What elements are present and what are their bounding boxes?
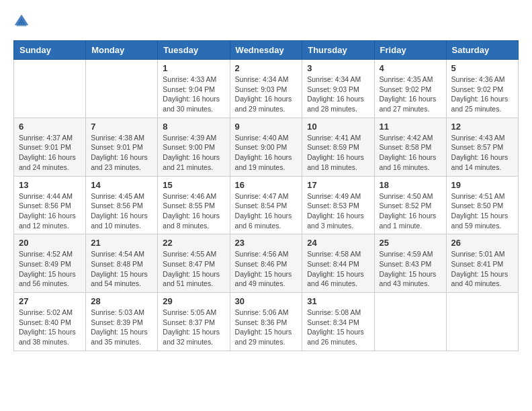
calendar-cell: 20Sunrise: 4:52 AM Sunset: 8:49 PM Dayli… [14,234,86,293]
calendar-cell: 26Sunrise: 5:01 AM Sunset: 8:41 PM Dayli… [446,234,518,293]
calendar-cell: 10Sunrise: 4:41 AM Sunset: 8:59 PM Dayli… [302,118,374,176]
day-info: Sunrise: 4:49 AM Sunset: 8:53 PM Dayligh… [307,191,369,231]
page-header [13,13,519,30]
day-number: 25 [380,238,441,248]
day-number: 12 [451,122,513,132]
calendar-cell: 22Sunrise: 4:55 AM Sunset: 8:47 PM Dayli… [158,234,230,293]
calendar-cell: 18Sunrise: 4:50 AM Sunset: 8:52 PM Dayli… [374,176,446,234]
day-info: Sunrise: 4:50 AM Sunset: 8:52 PM Dayligh… [380,191,441,231]
day-number: 19 [451,180,513,190]
calendar-cell [446,293,518,351]
day-number: 20 [19,238,81,248]
day-number: 27 [19,296,81,306]
day-number: 1 [163,63,224,73]
calendar-week-row: 6Sunrise: 4:37 AM Sunset: 9:01 PM Daylig… [14,118,519,176]
day-of-week-header: Saturday [446,41,518,60]
day-number: 21 [91,238,152,248]
day-number: 16 [235,180,298,190]
calendar-cell: 28Sunrise: 5:03 AM Sunset: 8:39 PM Dayli… [86,293,158,351]
calendar-cell: 31Sunrise: 5:08 AM Sunset: 8:34 PM Dayli… [302,293,374,351]
logo-icon [13,13,30,30]
day-info: Sunrise: 4:42 AM Sunset: 8:58 PM Dayligh… [380,133,441,173]
day-number: 14 [91,180,152,190]
day-info: Sunrise: 4:52 AM Sunset: 8:49 PM Dayligh… [19,249,81,289]
calendar-cell: 7Sunrise: 4:38 AM Sunset: 9:01 PM Daylig… [86,118,158,176]
calendar-cell [86,60,158,118]
day-of-week-header: Monday [86,41,158,60]
calendar-week-row: 13Sunrise: 4:44 AM Sunset: 8:56 PM Dayli… [14,176,519,234]
calendar-cell: 29Sunrise: 5:05 AM Sunset: 8:37 PM Dayli… [158,293,230,351]
day-info: Sunrise: 4:41 AM Sunset: 8:59 PM Dayligh… [307,133,369,173]
day-info: Sunrise: 4:38 AM Sunset: 9:01 PM Dayligh… [91,133,152,173]
day-info: Sunrise: 5:01 AM Sunset: 8:41 PM Dayligh… [451,249,513,289]
day-info: Sunrise: 4:45 AM Sunset: 8:56 PM Dayligh… [91,191,152,231]
calendar-week-row: 27Sunrise: 5:02 AM Sunset: 8:40 PM Dayli… [14,293,519,351]
day-info: Sunrise: 4:33 AM Sunset: 9:04 PM Dayligh… [163,75,224,114]
day-info: Sunrise: 5:05 AM Sunset: 8:37 PM Dayligh… [163,308,224,347]
day-number: 11 [380,122,441,132]
calendar-cell: 21Sunrise: 4:54 AM Sunset: 8:48 PM Dayli… [86,234,158,293]
calendar-cell: 12Sunrise: 4:43 AM Sunset: 8:57 PM Dayli… [446,118,518,176]
calendar-header-row: SundayMondayTuesdayWednesdayThursdayFrid… [14,41,519,60]
calendar-cell: 30Sunrise: 5:06 AM Sunset: 8:36 PM Dayli… [230,293,302,351]
calendar-cell: 11Sunrise: 4:42 AM Sunset: 8:58 PM Dayli… [374,118,446,176]
calendar-cell: 6Sunrise: 4:37 AM Sunset: 9:01 PM Daylig… [14,118,86,176]
day-number: 23 [235,238,298,248]
day-info: Sunrise: 4:59 AM Sunset: 8:43 PM Dayligh… [380,249,441,289]
day-info: Sunrise: 5:03 AM Sunset: 8:39 PM Dayligh… [91,308,152,347]
calendar-cell: 25Sunrise: 4:59 AM Sunset: 8:43 PM Dayli… [374,234,446,293]
day-info: Sunrise: 4:58 AM Sunset: 8:44 PM Dayligh… [307,249,369,289]
calendar-cell: 8Sunrise: 4:39 AM Sunset: 9:00 PM Daylig… [158,118,230,176]
day-info: Sunrise: 4:35 AM Sunset: 9:02 PM Dayligh… [380,75,441,114]
day-number: 18 [380,180,441,190]
day-number: 29 [163,296,224,306]
day-info: Sunrise: 4:44 AM Sunset: 8:56 PM Dayligh… [19,191,81,231]
day-number: 3 [307,63,369,73]
day-number: 26 [451,238,513,248]
calendar-cell: 9Sunrise: 4:40 AM Sunset: 9:00 PM Daylig… [230,118,302,176]
day-info: Sunrise: 4:40 AM Sunset: 9:00 PM Dayligh… [235,133,298,173]
day-info: Sunrise: 4:47 AM Sunset: 8:54 PM Dayligh… [235,191,298,231]
day-number: 22 [163,238,224,248]
calendar-week-row: 1Sunrise: 4:33 AM Sunset: 9:04 PM Daylig… [14,60,519,118]
day-info: Sunrise: 4:43 AM Sunset: 8:57 PM Dayligh… [451,133,513,173]
calendar-cell: 16Sunrise: 4:47 AM Sunset: 8:54 PM Dayli… [230,176,302,234]
day-number: 9 [235,122,298,132]
day-info: Sunrise: 4:51 AM Sunset: 8:50 PM Dayligh… [451,191,513,231]
day-number: 15 [163,180,224,190]
calendar-cell: 23Sunrise: 4:56 AM Sunset: 8:46 PM Dayli… [230,234,302,293]
day-of-week-header: Friday [374,41,446,60]
calendar-cell: 13Sunrise: 4:44 AM Sunset: 8:56 PM Dayli… [14,176,86,234]
calendar-cell: 1Sunrise: 4:33 AM Sunset: 9:04 PM Daylig… [158,60,230,118]
day-info: Sunrise: 4:56 AM Sunset: 8:46 PM Dayligh… [235,249,298,289]
day-info: Sunrise: 4:54 AM Sunset: 8:48 PM Dayligh… [91,249,152,289]
day-number: 24 [307,238,369,248]
calendar-cell: 3Sunrise: 4:34 AM Sunset: 9:03 PM Daylig… [302,60,374,118]
day-info: Sunrise: 4:34 AM Sunset: 9:03 PM Dayligh… [235,75,298,114]
day-of-week-header: Tuesday [158,41,230,60]
day-info: Sunrise: 5:06 AM Sunset: 8:36 PM Dayligh… [235,308,298,347]
day-info: Sunrise: 4:34 AM Sunset: 9:03 PM Dayligh… [307,75,369,114]
day-info: Sunrise: 4:39 AM Sunset: 9:00 PM Dayligh… [163,133,224,173]
day-info: Sunrise: 5:08 AM Sunset: 8:34 PM Dayligh… [307,308,369,347]
day-info: Sunrise: 4:55 AM Sunset: 8:47 PM Dayligh… [163,249,224,289]
day-number: 10 [307,122,369,132]
calendar-cell [14,60,86,118]
calendar-cell: 19Sunrise: 4:51 AM Sunset: 8:50 PM Dayli… [446,176,518,234]
day-number: 30 [235,296,298,306]
day-info: Sunrise: 4:46 AM Sunset: 8:55 PM Dayligh… [163,191,224,231]
day-number: 31 [307,296,369,306]
day-info: Sunrise: 5:02 AM Sunset: 8:40 PM Dayligh… [19,308,81,347]
calendar-table: SundayMondayTuesdayWednesdayThursdayFrid… [13,40,519,351]
day-number: 17 [307,180,369,190]
calendar-cell: 4Sunrise: 4:35 AM Sunset: 9:02 PM Daylig… [374,60,446,118]
logo [13,13,32,30]
calendar-cell: 17Sunrise: 4:49 AM Sunset: 8:53 PM Dayli… [302,176,374,234]
day-info: Sunrise: 4:36 AM Sunset: 9:02 PM Dayligh… [451,75,513,114]
calendar-cell: 24Sunrise: 4:58 AM Sunset: 8:44 PM Dayli… [302,234,374,293]
day-number: 4 [380,63,441,73]
calendar-cell: 27Sunrise: 5:02 AM Sunset: 8:40 PM Dayli… [14,293,86,351]
calendar-cell [374,293,446,351]
day-of-week-header: Sunday [14,41,86,60]
day-number: 28 [91,296,152,306]
